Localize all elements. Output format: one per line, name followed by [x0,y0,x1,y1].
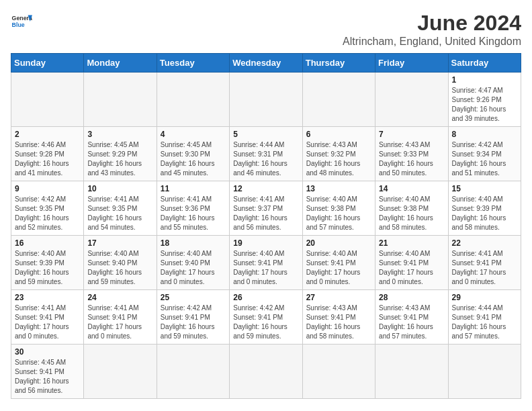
calendar-cell: 26Sunrise: 4:42 AM Sunset: 9:41 PM Dayli… [230,290,302,345]
day-info: Sunrise: 4:45 AM Sunset: 9:41 PM Dayligh… [15,358,80,396]
day-info: Sunrise: 4:42 AM Sunset: 9:41 PM Dayligh… [233,304,298,341]
calendar-table: SundayMondayTuesdayWednesdayThursdayFrid… [11,53,521,399]
calendar-cell: 10Sunrise: 4:41 AM Sunset: 9:35 PM Dayli… [84,181,157,236]
day-number: 13 [306,184,371,193]
day-info: Sunrise: 4:41 AM Sunset: 9:36 PM Dayligh… [161,195,226,232]
day-number: 26 [233,293,298,302]
calendar-cell: 8Sunrise: 4:42 AM Sunset: 9:34 PM Daylig… [448,127,521,181]
calendar-cell: 28Sunrise: 4:43 AM Sunset: 9:41 PM Dayli… [375,290,448,345]
day-info: Sunrise: 4:47 AM Sunset: 9:26 PM Dayligh… [452,86,517,124]
day-info: Sunrise: 4:44 AM Sunset: 9:41 PM Dayligh… [452,304,517,341]
day-number: 9 [15,184,80,193]
day-number: 4 [161,130,226,139]
calendar-cell [84,73,157,127]
calendar-header: SundayMondayTuesdayWednesdayThursdayFrid… [11,54,521,73]
day-number: 12 [233,184,298,193]
calendar-cell [448,345,521,399]
week-row-1: 2Sunrise: 4:46 AM Sunset: 9:28 PM Daylig… [11,127,521,181]
calendar-cell: 3Sunrise: 4:45 AM Sunset: 9:29 PM Daylig… [84,127,157,181]
day-info: Sunrise: 4:42 AM Sunset: 9:35 PM Dayligh… [15,195,80,232]
svg-text:Blue: Blue [12,21,25,28]
day-number: 21 [379,238,444,248]
day-number: 10 [87,184,152,193]
calendar-cell [230,345,302,399]
logo: General Blue [11,11,32,32]
calendar-subtitle: Altrincham, England, United Kingdom [343,36,521,48]
day-info: Sunrise: 4:41 AM Sunset: 9:41 PM Dayligh… [15,304,80,341]
calendar-cell [157,345,229,399]
day-number: 27 [306,293,371,302]
weekday-header-tuesday: Tuesday [157,54,229,73]
calendar-cell: 1Sunrise: 4:47 AM Sunset: 9:26 PM Daylig… [448,73,521,127]
week-row-2: 9Sunrise: 4:42 AM Sunset: 9:35 PM Daylig… [11,181,521,236]
day-number: 11 [161,184,226,193]
day-info: Sunrise: 4:41 AM Sunset: 9:41 PM Dayligh… [452,249,517,287]
day-info: Sunrise: 4:40 AM Sunset: 9:39 PM Dayligh… [452,195,517,232]
day-info: Sunrise: 4:40 AM Sunset: 9:41 PM Dayligh… [379,249,444,287]
title-area: June 2024 Altrincham, England, United Ki… [343,11,521,48]
calendar-cell [230,73,302,127]
day-info: Sunrise: 4:43 AM Sunset: 9:41 PM Dayligh… [306,304,371,341]
calendar-cell: 7Sunrise: 4:43 AM Sunset: 9:33 PM Daylig… [375,127,448,181]
week-row-4: 23Sunrise: 4:41 AM Sunset: 9:41 PM Dayli… [11,290,521,345]
day-info: Sunrise: 4:40 AM Sunset: 9:38 PM Dayligh… [306,195,371,232]
day-info: Sunrise: 4:45 AM Sunset: 9:29 PM Dayligh… [87,140,152,178]
day-info: Sunrise: 4:41 AM Sunset: 9:35 PM Dayligh… [87,195,152,232]
calendar-cell: 27Sunrise: 4:43 AM Sunset: 9:41 PM Dayli… [302,290,375,345]
header: General Blue June 2024 Altrincham, Engla… [11,11,521,48]
day-info: Sunrise: 4:40 AM Sunset: 9:41 PM Dayligh… [233,249,298,287]
day-info: Sunrise: 4:46 AM Sunset: 9:28 PM Dayligh… [15,140,80,178]
weekday-header-wednesday: Wednesday [230,54,302,73]
day-number: 6 [306,130,371,139]
day-number: 29 [452,293,517,302]
calendar-cell [84,345,157,399]
day-number: 15 [452,184,517,193]
calendar-cell: 5Sunrise: 4:44 AM Sunset: 9:31 PM Daylig… [230,127,302,181]
day-number: 25 [161,293,226,302]
day-info: Sunrise: 4:43 AM Sunset: 9:41 PM Dayligh… [379,304,444,341]
day-number: 2 [15,130,80,139]
calendar-cell: 30Sunrise: 4:45 AM Sunset: 9:41 PM Dayli… [11,345,84,399]
week-row-0: 1Sunrise: 4:47 AM Sunset: 9:26 PM Daylig… [11,73,521,127]
weekday-header-thursday: Thursday [302,54,375,73]
calendar-title: June 2024 [343,11,521,36]
day-number: 20 [306,238,371,248]
day-info: Sunrise: 4:40 AM Sunset: 9:39 PM Dayligh… [15,249,80,287]
calendar-cell: 29Sunrise: 4:44 AM Sunset: 9:41 PM Dayli… [448,290,521,345]
weekday-header-saturday: Saturday [448,54,521,73]
calendar-cell: 14Sunrise: 4:40 AM Sunset: 9:38 PM Dayli… [375,181,448,236]
day-info: Sunrise: 4:44 AM Sunset: 9:31 PM Dayligh… [233,140,298,178]
day-info: Sunrise: 4:40 AM Sunset: 9:38 PM Dayligh… [379,195,444,232]
weekday-header-friday: Friday [375,54,448,73]
calendar-cell: 2Sunrise: 4:46 AM Sunset: 9:28 PM Daylig… [11,127,84,181]
day-number: 14 [379,184,444,193]
day-info: Sunrise: 4:42 AM Sunset: 9:34 PM Dayligh… [452,140,517,178]
day-info: Sunrise: 4:41 AM Sunset: 9:41 PM Dayligh… [87,304,152,341]
week-row-3: 16Sunrise: 4:40 AM Sunset: 9:39 PM Dayli… [11,236,521,290]
day-number: 16 [15,238,80,248]
calendar-cell: 11Sunrise: 4:41 AM Sunset: 9:36 PM Dayli… [157,181,229,236]
calendar-cell [157,73,229,127]
calendar-cell: 12Sunrise: 4:41 AM Sunset: 9:37 PM Dayli… [230,181,302,236]
day-info: Sunrise: 4:41 AM Sunset: 9:37 PM Dayligh… [233,195,298,232]
day-number: 18 [161,238,226,248]
weekday-header-sunday: Sunday [11,54,84,73]
calendar-cell: 24Sunrise: 4:41 AM Sunset: 9:41 PM Dayli… [84,290,157,345]
calendar-cell: 13Sunrise: 4:40 AM Sunset: 9:38 PM Dayli… [302,181,375,236]
day-number: 24 [87,293,152,302]
day-number: 23 [15,293,80,302]
calendar-cell: 22Sunrise: 4:41 AM Sunset: 9:41 PM Dayli… [448,236,521,290]
day-number: 3 [87,130,152,139]
day-number: 19 [233,238,298,248]
calendar-cell: 9Sunrise: 4:42 AM Sunset: 9:35 PM Daylig… [11,181,84,236]
calendar-cell: 23Sunrise: 4:41 AM Sunset: 9:41 PM Dayli… [11,290,84,345]
weekday-row: SundayMondayTuesdayWednesdayThursdayFrid… [11,54,521,73]
calendar-cell: 17Sunrise: 4:40 AM Sunset: 9:40 PM Dayli… [84,236,157,290]
calendar-cell: 20Sunrise: 4:40 AM Sunset: 9:41 PM Dayli… [302,236,375,290]
calendar-cell [375,345,448,399]
day-number: 7 [379,130,444,139]
calendar-cell: 18Sunrise: 4:40 AM Sunset: 9:40 PM Dayli… [157,236,229,290]
day-info: Sunrise: 4:40 AM Sunset: 9:41 PM Dayligh… [306,249,371,287]
day-info: Sunrise: 4:43 AM Sunset: 9:33 PM Dayligh… [379,140,444,178]
calendar-body: 1Sunrise: 4:47 AM Sunset: 9:26 PM Daylig… [11,73,521,399]
